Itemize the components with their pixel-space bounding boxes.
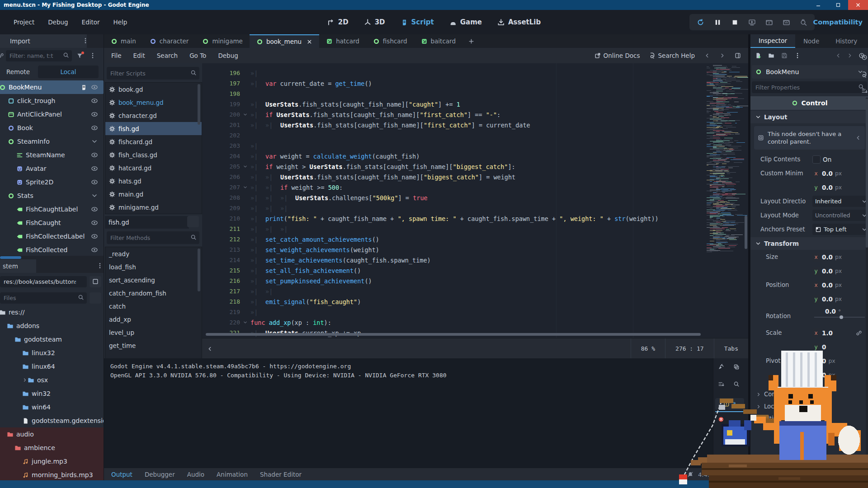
fs-item-linux64[interactable]: linux64 <box>0 360 104 373</box>
scene-tab-minigame[interactable]: minigame <box>195 34 250 48</box>
fold-arrow-icon[interactable] <box>243 164 250 169</box>
code-line[interactable]: 208»|»|»|UserStats.challenges["500kg"] =… <box>202 192 699 203</box>
kebab-icon[interactable] <box>97 263 103 269</box>
chevron-down-icon[interactable] <box>91 138 98 145</box>
panel-layout-icon[interactable] <box>735 52 741 59</box>
filter-scripts-input[interactable] <box>107 70 199 77</box>
fs-item-ambience[interactable]: ambience <box>0 441 104 455</box>
code-line[interactable]: 200»|if UserStats.fish_stats[caught_fish… <box>202 109 699 120</box>
remote-tab[interactable]: Remote <box>0 68 38 75</box>
tab-history[interactable]: History <box>827 34 865 48</box>
scene-tree-hscrollbar[interactable] <box>0 256 104 259</box>
visibility-eye-icon[interactable] <box>91 165 98 172</box>
visibility-eye-icon[interactable] <box>91 233 98 240</box>
script-menu-go-to[interactable]: Go To <box>189 52 206 59</box>
visibility-eye-icon[interactable] <box>91 178 98 186</box>
scene-tab-character[interactable]: character <box>143 34 196 48</box>
code-line[interactable]: 196»| <box>202 68 699 78</box>
kebab-icon[interactable] <box>794 52 801 59</box>
code-vscrollbar[interactable] <box>744 63 748 338</box>
method-item-add_xp[interactable]: add_xp <box>105 313 202 326</box>
x-field[interactable]: x <box>812 281 820 290</box>
code-line[interactable]: 206»|»|UserStats.fish_stats[caught_fish_… <box>202 172 699 182</box>
filesystem-path-input[interactable] <box>0 278 87 285</box>
scene-node-FishCaught[interactable]: FishCaught <box>0 216 104 230</box>
fold-arrow-icon[interactable] <box>243 112 250 117</box>
scene-tab-main[interactable]: main <box>104 34 143 48</box>
history-list-icon[interactable] <box>861 54 868 61</box>
visibility-eye-icon[interactable] <box>91 206 98 213</box>
code-line[interactable]: 212»|set_catch_amount_achievements() <box>202 234 699 244</box>
method-sort-icon[interactable] <box>187 216 199 227</box>
tab-inspector[interactable]: Inspector <box>750 34 795 48</box>
fs-item-jungle-mp3[interactable]: jungle.mp3 <box>0 455 104 468</box>
script-menu-edit[interactable]: Edit <box>133 52 145 59</box>
history-back-icon[interactable] <box>704 52 710 59</box>
collapse-panel-icon[interactable] <box>202 346 213 352</box>
code-line[interactable]: 207»|»|if weight >= 500: <box>202 182 699 192</box>
code-line[interactable]: 210»|print("fish: " + caught_fish_name +… <box>202 213 699 224</box>
visibility-eye-icon[interactable] <box>91 124 98 131</box>
code-line[interactable]: 214»|set_time_achievements(caught_fish.s… <box>202 255 699 265</box>
code-line[interactable]: 215»|set_all_fish_achievement() <box>202 265 699 276</box>
movie-folder-icon[interactable] <box>783 19 790 26</box>
save-resource-icon[interactable] <box>781 52 788 59</box>
workspace-game[interactable]: Game <box>449 18 482 26</box>
load-resource-folder-icon[interactable] <box>768 52 774 59</box>
code-hscrollbar[interactable] <box>205 333 704 336</box>
scene-node-FishCollectedLabel[interactable]: FishCollectedLabel <box>0 230 104 243</box>
code-line[interactable]: 216»|set_pumpkinseed_achievement() <box>202 276 699 286</box>
scripts-scrollbar[interactable] <box>198 84 200 125</box>
menu-project[interactable]: Project <box>14 19 34 26</box>
methods-scrollbar[interactable] <box>198 249 200 291</box>
expand-toggle-icon[interactable] <box>22 377 28 383</box>
fs-item-audio[interactable]: audio <box>0 427 104 441</box>
history-forward-icon[interactable] <box>719 52 726 59</box>
chevron-left-icon[interactable] <box>855 135 861 141</box>
visibility-eye-icon[interactable] <box>91 84 98 91</box>
bottom-tab-audio[interactable]: Audio <box>187 471 204 478</box>
y-field[interactable]: y <box>812 267 820 276</box>
fold-arrow-icon[interactable] <box>243 185 250 190</box>
attached-script-icon[interactable] <box>80 84 87 91</box>
scene-node-Stats[interactable]: Stats <box>0 189 104 202</box>
history-back-icon[interactable] <box>835 52 841 59</box>
code-line[interactable]: 201»|»|UserStats.fish_stats[caught_fish_… <box>202 120 699 130</box>
zoom-level[interactable]: 86 % <box>631 338 665 359</box>
fs-item-addons[interactable]: addons <box>0 319 104 333</box>
scene-node-FishCollected[interactable]: FishCollected <box>0 243 104 256</box>
renderer-selector[interactable]: Compatibility <box>813 10 863 34</box>
scene-node-Sprite2D[interactable]: Sprite2D <box>0 175 104 189</box>
movie-play-icon[interactable] <box>765 19 773 26</box>
x-field[interactable]: x <box>812 169 820 178</box>
kebab-icon[interactable] <box>82 38 89 44</box>
sort-files-icon[interactable] <box>90 292 101 304</box>
scene-node-click_trough[interactable]: click_trough <box>0 94 104 108</box>
method-item-get_time[interactable]: get_time <box>105 339 202 352</box>
search-help-button[interactable]: Search Help <box>649 52 695 59</box>
bottom-tab-animation[interactable]: Animation <box>217 471 248 478</box>
fs-item-godotsteam-gdextension[interactable]: godotsteam.gdextension <box>0 414 104 427</box>
files-filter-input[interactable] <box>0 295 87 301</box>
layout-direction-dropdown[interactable]: Inherited <box>812 196 868 207</box>
code-editor[interactable]: 196»|197»|var current_date = get_time()1… <box>202 63 748 338</box>
method-item-catch_random_fish[interactable]: catch_random_fish <box>105 286 202 300</box>
method-item-_ready[interactable]: _ready <box>105 247 202 260</box>
clip-contents-checkbox[interactable] <box>812 155 821 164</box>
scene-node-BookMenu[interactable]: BookMenu <box>0 80 104 94</box>
tab-import[interactable]: Import <box>0 34 87 48</box>
layout-mode-dropdown[interactable]: Uncontrolled <box>812 210 868 221</box>
open-docs-icon[interactable] <box>861 71 868 78</box>
scene-node-SteamName[interactable]: SteamName <box>0 148 104 162</box>
play-reload-icon[interactable] <box>697 19 704 26</box>
visibility-eye-icon[interactable] <box>91 246 98 253</box>
kebab-icon[interactable] <box>90 52 96 59</box>
method-item-sort_ascending[interactable]: sort_ascending <box>105 273 202 286</box>
code-line[interactable]: 209»|»|»| <box>202 203 699 213</box>
code-line[interactable]: 199»|UserStats.fish_stats[caught_fish_na… <box>202 99 699 109</box>
code-line[interactable]: 198 <box>202 89 699 99</box>
script-menu-debug[interactable]: Debug <box>218 52 238 59</box>
section-layout[interactable]: Layout <box>750 111 868 123</box>
fs-item-linux32[interactable]: linux32 <box>0 346 104 360</box>
tab-node[interactable]: Node <box>795 34 827 48</box>
